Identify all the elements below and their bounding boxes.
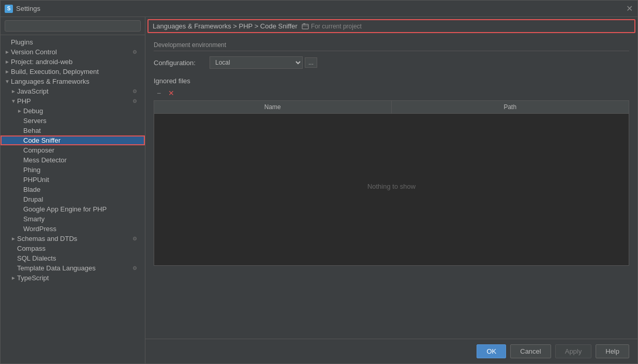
arrow-icon — [5, 69, 11, 74]
tree: Plugins Version Control ⚙ Project: andro… — [1, 35, 145, 363]
arrow-icon — [11, 236, 17, 241]
project-label: For current project — [311, 23, 362, 30]
settings-icon: ⚙ — [132, 98, 141, 104]
sidebar-item-template-data[interactable]: Template Data Languages ⚙ — [1, 263, 145, 273]
sidebar-item-servers[interactable]: Servers — [1, 116, 145, 126]
table-header: Name Path — [154, 101, 629, 114]
empty-text: Nothing to show — [367, 183, 416, 190]
footer: OK Cancel Apply Help — [145, 339, 637, 363]
close-button[interactable]: ✕ — [625, 5, 633, 13]
sidebar-item-javascript[interactable]: JavaScript ⚙ — [1, 86, 145, 96]
sidebar-item-mess-detector[interactable]: Mess Detector — [1, 155, 145, 165]
sidebar: Plugins Version Control ⚙ Project: andro… — [1, 17, 145, 363]
configuration-label: Configuration: — [154, 59, 205, 67]
ignored-files-table: Name Path Nothing to show — [154, 100, 629, 266]
settings-icon: ⚙ — [132, 88, 141, 94]
minus-icon: − — [157, 89, 161, 97]
sidebar-item-version-control[interactable]: Version Control ⚙ — [1, 47, 145, 57]
sidebar-item-project[interactable]: Project: android-web — [1, 57, 145, 67]
delete-button[interactable]: ✕ — [166, 88, 176, 98]
sidebar-item-wordpress[interactable]: WordPress — [1, 224, 145, 234]
main-content: Plugins Version Control ⚙ Project: andro… — [1, 17, 637, 363]
sidebar-item-code-sniffer[interactable]: Code Sniffer — [1, 135, 145, 145]
help-button[interactable]: Help — [596, 344, 629, 358]
cancel-button[interactable]: Cancel — [510, 344, 551, 358]
settings-icon: ⚙ — [132, 236, 141, 241]
sidebar-item-debug[interactable]: Debug — [1, 106, 145, 116]
remove-button[interactable]: − — [154, 88, 164, 98]
breadcrumb-project: For current project — [302, 23, 362, 30]
arrow-icon — [5, 49, 11, 55]
ok-button[interactable]: OK — [477, 344, 506, 358]
arrow-icon — [5, 59, 11, 65]
arrow-icon — [5, 79, 11, 84]
column-path: Path — [392, 101, 629, 113]
ignored-files-title: Ignored files — [154, 77, 629, 85]
title-bar-left: S Settings — [5, 5, 40, 13]
title-bar: S Settings ✕ — [1, 1, 637, 17]
search-input[interactable] — [5, 20, 141, 32]
svg-rect-1 — [303, 23, 305, 25]
sidebar-item-typescript[interactable]: TypeScript — [1, 273, 145, 283]
app-icon: S — [5, 5, 13, 13]
sidebar-item-drupal[interactable]: Drupal — [1, 194, 145, 204]
search-box — [1, 17, 145, 35]
sidebar-item-php[interactable]: PHP ⚙ — [1, 96, 145, 106]
sidebar-item-compass[interactable]: Compass — [1, 244, 145, 253]
sidebar-item-phpunit[interactable]: PHPUnit — [1, 175, 145, 185]
breadcrumb-text: Languages & Frameworks > PHP > Code Snif… — [153, 22, 298, 30]
apply-button[interactable]: Apply — [555, 344, 592, 358]
svg-rect-0 — [302, 24, 308, 29]
arrow-icon — [11, 275, 17, 281]
sidebar-item-behat[interactable]: Behat — [1, 126, 145, 135]
panel-content: Development environment Configuration: L… — [145, 35, 637, 339]
configuration-dots-button[interactable]: ... — [305, 57, 317, 68]
sidebar-item-phing[interactable]: Phing — [1, 165, 145, 175]
table-empty-message: Nothing to show — [154, 114, 629, 259]
settings-icon: ⚙ — [132, 265, 141, 271]
project-icon — [302, 23, 309, 30]
window-title: Settings — [16, 5, 40, 12]
dev-env-section-title: Development environment — [154, 41, 629, 51]
sidebar-item-build[interactable]: Build, Execution, Deployment — [1, 67, 145, 77]
sidebar-item-plugins[interactable]: Plugins — [1, 37, 145, 47]
breadcrumb: Languages & Frameworks > PHP > Code Snif… — [147, 19, 635, 33]
sidebar-item-schemas[interactable]: Schemas and DTDs ⚙ — [1, 234, 145, 244]
arrow-icon — [11, 88, 17, 94]
x-icon: ✕ — [168, 89, 174, 97]
configuration-select[interactable]: Local — [210, 56, 303, 69]
settings-window: S Settings ✕ Plugins Version Control ⚙ — [0, 0, 638, 364]
column-name: Name — [154, 101, 392, 113]
configuration-row: Configuration: Local ... — [154, 56, 629, 69]
configuration-control-group: Local ... — [210, 56, 317, 69]
ignored-files-toolbar: − ✕ — [154, 88, 629, 98]
sidebar-item-smarty[interactable]: Smarty — [1, 214, 145, 224]
sidebar-item-composer[interactable]: Composer — [1, 145, 145, 155]
arrow-icon — [17, 108, 23, 114]
sidebar-item-blade[interactable]: Blade — [1, 185, 145, 194]
right-panel: Languages & Frameworks > PHP > Code Snif… — [145, 17, 637, 363]
sidebar-item-sql-dialects[interactable]: SQL Dialects — [1, 253, 145, 263]
settings-icon: ⚙ — [132, 49, 141, 55]
sidebar-item-languages-frameworks[interactable]: Languages & Frameworks — [1, 77, 145, 86]
arrow-icon — [11, 98, 17, 104]
sidebar-item-google-app-engine[interactable]: Google App Engine for PHP — [1, 204, 145, 214]
ignored-files-section: Ignored files − ✕ Name Path — [154, 77, 629, 266]
